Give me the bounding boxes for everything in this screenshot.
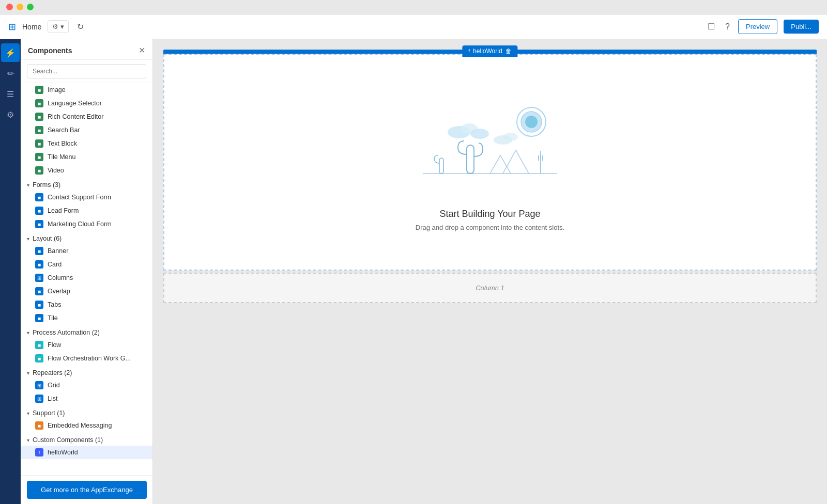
publish-button[interactable]: Publi...	[784, 20, 819, 34]
component-label: Grid	[48, 382, 60, 389]
component-label: Video	[48, 167, 64, 174]
page-title: Home	[22, 23, 41, 31]
list-item[interactable]: ⊞ Grid	[21, 379, 152, 392]
list-item[interactable]: f helloWorld	[21, 446, 152, 459]
column-label: Column 1	[476, 284, 504, 292]
components-panel: Components ✕ ■ Image ■ Language Selector…	[21, 39, 153, 504]
list-item[interactable]: ■ Flow Orchestration Work G...	[21, 352, 152, 365]
list-item[interactable]: ■ Search Bar	[21, 123, 152, 137]
list-item[interactable]: ■ Card	[21, 258, 152, 271]
grid-icon[interactable]: ⊞	[8, 21, 16, 33]
chevron-down-icon: ▾	[27, 370, 29, 376]
tabs-icon: ■	[35, 301, 43, 309]
component-label: Tile	[48, 314, 58, 322]
refresh-button[interactable]: ↻	[75, 20, 86, 34]
title-bar	[0, 0, 827, 14]
list-item[interactable]: ■ Contact Support Form	[21, 191, 152, 204]
list-item[interactable]: ■ Banner	[21, 244, 152, 258]
settings-button[interactable]: ⚙ ▾	[48, 20, 69, 33]
component-label: helloWorld	[48, 449, 78, 456]
list-item[interactable]: ■ Lead Form	[21, 204, 152, 217]
drag-drop-subheading: Drag and drop a component into the conte…	[416, 224, 564, 231]
component-label: Lead Form	[48, 207, 79, 214]
minimize-button[interactable]	[17, 4, 23, 10]
language-selector-icon: ■	[35, 99, 43, 107]
list-item[interactable]: ■ Tabs	[21, 298, 152, 311]
lead-form-icon: ■	[35, 207, 43, 215]
list-item[interactable]: ■ Image	[21, 83, 152, 97]
svg-point-7	[503, 133, 518, 141]
list-icon: ⊞	[35, 395, 43, 403]
banner-icon: ■	[35, 247, 43, 255]
list-item[interactable]: ■ Language Selector	[21, 97, 152, 110]
list-item[interactable]: ■ Overlap	[21, 285, 152, 298]
list-item[interactable]: ■ Embedded Messaging	[21, 419, 152, 432]
list-item[interactable]: ■ Marketing Cloud Form	[21, 217, 152, 231]
forms-section-header[interactable]: ▾ Forms (3)	[21, 177, 152, 191]
component-label: Language Selector	[48, 100, 102, 107]
list-item[interactable]: ■ Tile	[21, 311, 152, 325]
main-content-slot[interactable]: f helloWorld 🗑	[163, 54, 817, 271]
list-item[interactable]: ■ Video	[21, 164, 152, 177]
hello-badge-label: helloWorld	[473, 48, 502, 55]
component-label: Text Block	[48, 140, 77, 147]
list-item[interactable]: ■ Text Block	[21, 137, 152, 150]
layout-section-header[interactable]: ▾ Layout (6)	[21, 231, 152, 244]
sidebar-gear-button[interactable]: ⚙	[1, 105, 20, 124]
chevron-down-icon: ▾	[27, 411, 29, 416]
sidebar-lightning-button[interactable]: ⚡	[1, 43, 20, 62]
device-preview-button[interactable]: ☐	[706, 20, 717, 34]
helloworld-icon: f	[35, 448, 43, 456]
panel-header: Components ✕	[21, 39, 152, 60]
list-item[interactable]: ■ Tile Menu	[21, 150, 152, 164]
maximize-button[interactable]	[27, 4, 34, 10]
component-label: Flow	[48, 341, 61, 349]
panel-close-button[interactable]: ✕	[139, 45, 145, 55]
support-section-header[interactable]: ▾ Support (1)	[21, 405, 152, 419]
component-label: Search Bar	[48, 127, 80, 134]
chevron-down-icon: ▾	[27, 330, 29, 336]
columns-icon: ⊞	[35, 274, 43, 282]
section-label: Custom Components (1)	[33, 436, 103, 444]
hello-badge-delete-button[interactable]: 🗑	[506, 48, 512, 55]
svg-point-2	[525, 116, 538, 128]
card-icon: ■	[35, 260, 43, 269]
tile-icon: ■	[35, 314, 43, 322]
nav-right: ☐ ? Preview Publi...	[706, 19, 819, 34]
chevron-down-icon: ▾	[27, 437, 29, 443]
sidebar-list-button[interactable]: ☰	[1, 85, 20, 103]
gear-chevron: ▾	[60, 23, 64, 30]
component-list: ■ Image ■ Language Selector ■ Rich Conte…	[21, 83, 152, 504]
process-automation-section-header[interactable]: ▾ Process Automation (2)	[21, 325, 152, 338]
panel-title: Components	[28, 46, 72, 55]
svg-point-5	[470, 129, 489, 139]
appexchange-button[interactable]: Get more on the AppExchange	[27, 481, 147, 499]
list-item[interactable]: ⊞ List	[21, 392, 152, 405]
flow-orchestration-icon: ■	[35, 354, 43, 363]
contact-support-form-icon: ■	[35, 193, 43, 201]
column-slot[interactable]: Column 1	[163, 273, 817, 303]
embedded-messaging-icon: ■	[35, 421, 43, 430]
help-button[interactable]: ?	[723, 20, 732, 34]
search-input[interactable]	[27, 64, 146, 78]
close-button[interactable]	[6, 4, 13, 10]
list-item[interactable]: ■ Flow	[21, 338, 152, 352]
component-label: Card	[48, 261, 62, 268]
image-icon: ■	[35, 86, 43, 94]
text-block-icon: ■	[35, 139, 43, 148]
svg-rect-9	[467, 145, 474, 174]
list-item[interactable]: ⊞ Columns	[21, 271, 152, 285]
section-label: Layout (6)	[33, 235, 62, 242]
component-label: List	[48, 395, 57, 402]
section-label: Forms (3)	[33, 181, 60, 188]
svg-rect-10	[439, 158, 443, 174]
preview-button[interactable]: Preview	[738, 19, 777, 34]
custom-components-section-header[interactable]: ▾ Custom Components (1)	[21, 432, 152, 446]
flow-icon: ■	[35, 341, 43, 349]
hello-badge: f helloWorld 🗑	[462, 45, 517, 57]
panel-search	[21, 60, 152, 83]
sidebar-edit-button[interactable]: ✏	[1, 64, 20, 83]
list-item[interactable]: ■ Rich Content Editor	[21, 110, 152, 123]
repeaters-section-header[interactable]: ▾ Repeaters (2)	[21, 365, 152, 379]
icon-sidebar: ⚡ ✏ ☰ ⚙	[0, 39, 21, 504]
